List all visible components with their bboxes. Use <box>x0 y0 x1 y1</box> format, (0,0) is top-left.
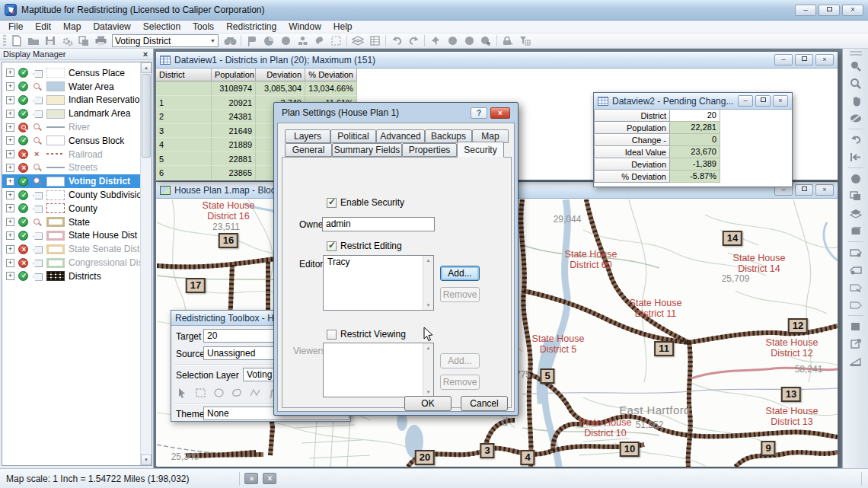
dataview2-restore-button[interactable] <box>755 95 771 107</box>
select-circle-icon[interactable] <box>847 170 865 187</box>
label-tag-icon[interactable] <box>32 244 43 254</box>
scroll-down-icon[interactable]: ▼ <box>426 390 431 394</box>
visibility-on-icon[interactable] <box>18 231 28 241</box>
pin-icon[interactable] <box>427 34 444 48</box>
cell-value[interactable]: 0 <box>670 134 720 146</box>
layer-swatch[interactable] <box>46 231 65 241</box>
layer-swatch[interactable] <box>46 217 65 227</box>
autoscale-magnifier-icon[interactable] <box>32 82 43 91</box>
toolbar-grip[interactable] <box>3 35 6 47</box>
layer-row-landmark-area[interactable]: +Landmark Area <box>2 107 140 120</box>
redo-icon[interactable] <box>405 34 422 48</box>
menu-map[interactable]: Map <box>58 21 86 33</box>
save-icon[interactable] <box>42 34 59 48</box>
layer-row-county-subdivision[interactable]: +County Subdivision <box>2 188 140 202</box>
cell-population[interactable]: 3108974 <box>212 81 256 96</box>
visibility-scale-icon[interactable] <box>18 123 28 132</box>
layer-combo[interactable]: Voting District ▼ <box>112 34 219 47</box>
map-overview-icon[interactable] <box>847 110 865 127</box>
cell-value[interactable]: -5.87% <box>670 171 720 183</box>
expand-icon[interactable]: + <box>6 69 14 77</box>
layer-row-state[interactable]: +State <box>2 215 140 229</box>
dataview2-titlebar[interactable]: Dataview2 - Pending Chang... – × <box>594 93 792 110</box>
pie-icon[interactable] <box>260 34 277 48</box>
column-header[interactable]: Deviation <box>256 69 305 81</box>
layer-swatch[interactable] <box>46 203 65 213</box>
layer-swatch[interactable] <box>46 258 65 268</box>
restrict-editing-checkbox[interactable] <box>327 241 337 251</box>
cell-pct-deviation[interactable]: 13,034.66% <box>305 81 357 96</box>
cell-population[interactable]: 20921 <box>212 96 256 110</box>
layer-swatch[interactable] <box>46 244 65 254</box>
layer-row-railroad[interactable]: +Railroad <box>2 148 140 161</box>
scroll-up-icon[interactable]: ▲ <box>426 258 431 263</box>
label-tag-icon[interactable] <box>32 95 43 104</box>
cell-population[interactable]: 21649 <box>212 124 256 139</box>
expand-icon[interactable]: + <box>6 272 14 280</box>
label-tag-icon[interactable] <box>32 69 43 78</box>
row-header[interactable]: Deviation <box>594 158 670 171</box>
minimize-button[interactable]: – <box>795 5 816 16</box>
layer-row-water-area[interactable]: +Water Area <box>2 80 140 94</box>
select-pointer-icon[interactable] <box>174 386 190 400</box>
expand-icon[interactable]: + <box>6 191 14 199</box>
owner-input[interactable]: admin <box>322 217 435 231</box>
visibility-on-icon[interactable] <box>18 95 28 105</box>
pan-hand-icon[interactable] <box>847 92 865 110</box>
filter-table-icon[interactable] <box>516 34 533 48</box>
dataview-icon[interactable] <box>366 34 383 48</box>
scroll-up-icon[interactable]: ▲ <box>426 346 431 350</box>
panel-close-icon[interactable]: × <box>141 49 150 59</box>
cell-value[interactable]: 20 <box>670 110 720 122</box>
autoscale-magnifier-icon[interactable] <box>32 218 43 227</box>
visibility-on-icon[interactable] <box>18 190 28 200</box>
overlay-icon[interactable] <box>461 34 477 48</box>
editors-remove-button[interactable]: Remove <box>440 287 480 302</box>
viewers-scrollbar[interactable]: ▲▼ <box>423 343 433 397</box>
viewers-add-button[interactable]: Add... <box>440 353 480 368</box>
restore-button[interactable] <box>819 5 840 16</box>
box-tool-icon[interactable] <box>847 222 865 240</box>
restrict-viewing-checkbox[interactable] <box>327 330 337 340</box>
layer-row-state-senate-dist[interactable]: +State Senate Dist <box>2 242 140 256</box>
cell-deviation[interactable]: 3,085,304 <box>256 81 305 96</box>
layers-icon[interactable] <box>349 34 366 48</box>
layer-row-congressional-dist[interactable]: +Congressional Dist <box>2 256 140 270</box>
expand-icon[interactable]: + <box>6 231 14 240</box>
visibility-on-icon[interactable] <box>18 177 28 187</box>
layer-swatch[interactable] <box>46 81 65 91</box>
visibility-on-icon[interactable] <box>18 68 28 78</box>
label-tag-icon[interactable] <box>32 272 43 281</box>
layer-row-indian-reservation[interactable]: +Indian Reservation <box>2 94 140 107</box>
dataview1-minimize-button[interactable]: – <box>774 54 793 65</box>
cell-value[interactable]: 22,281 <box>670 122 720 134</box>
status-close-button[interactable]: × <box>263 473 276 484</box>
layer-row-districts[interactable]: +Districts <box>2 270 140 283</box>
column-header[interactable]: District <box>156 69 212 81</box>
dataview2-minimize-button[interactable]: – <box>738 95 753 107</box>
layer-swatch[interactable] <box>46 271 65 281</box>
dataview1-restore-button[interactable] <box>795 54 813 65</box>
buffer-icon[interactable] <box>444 34 461 48</box>
autoscale-magnifier-icon[interactable] <box>32 163 43 172</box>
measure-icon[interactable] <box>847 352 865 370</box>
expand-icon[interactable]: + <box>6 150 14 158</box>
dataview1-close-button[interactable]: × <box>815 54 834 65</box>
menu-file[interactable]: File <box>3 21 28 33</box>
scroll-up-icon[interactable]: ▲ <box>141 62 152 73</box>
cell-district[interactable] <box>156 81 212 96</box>
close-button[interactable]: × <box>842 5 863 16</box>
row-header[interactable]: % Deviation <box>594 171 670 183</box>
layer-row-state-house-dist[interactable]: +State House Dist <box>2 229 140 243</box>
cell-district[interactable]: 2 <box>156 110 212 124</box>
visibility-on-icon[interactable] <box>18 109 28 119</box>
tab-political[interactable]: Political <box>330 129 376 143</box>
label-tag-icon[interactable] <box>32 109 43 118</box>
visibility-off-icon[interactable] <box>18 149 28 159</box>
dialog-titlebar[interactable]: Plan Settings (House Plan 1) ? × <box>274 103 518 123</box>
app-titlebar[interactable]: Maptitude for Redistricting (Licensed to… <box>0 0 868 21</box>
editors-scrollbar[interactable]: ▲▼ <box>423 256 433 310</box>
copy-map-icon[interactable] <box>847 187 865 205</box>
visibility-on-icon[interactable] <box>18 271 28 281</box>
menu-edit[interactable]: Edit <box>30 21 56 33</box>
